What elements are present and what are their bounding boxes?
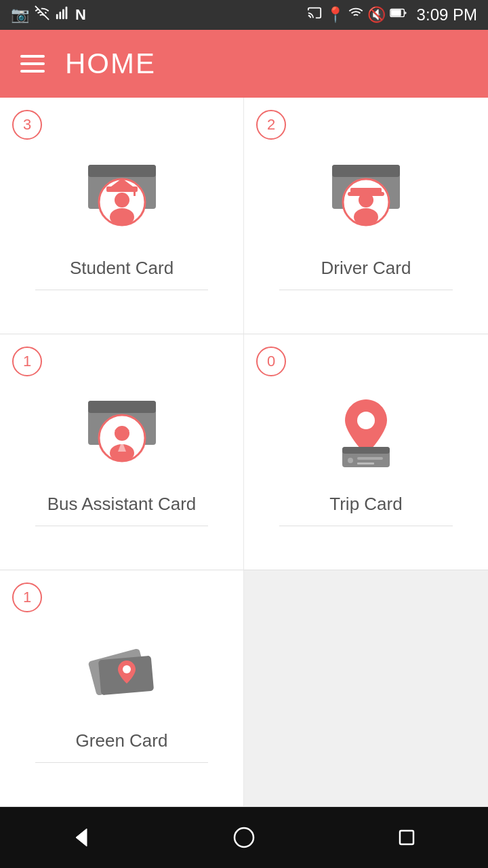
bus-assistant-card-underline [35, 526, 208, 526]
recent-apps-button[interactable] [386, 817, 427, 858]
bus-assistant-card-label: Bus Assistant Card [47, 494, 197, 515]
trip-card-cell[interactable]: 0 Trip Card [244, 334, 488, 571]
trip-card-icon [319, 384, 413, 479]
svg-rect-12 [134, 188, 136, 196]
svg-point-31 [348, 458, 353, 463]
signal-icon [55, 5, 70, 24]
svg-point-36 [123, 665, 131, 673]
bus-assistant-card-cell[interactable]: 1 Bus Assistant Card [0, 334, 244, 571]
card-grid: 3 Student Card 2 [0, 98, 488, 807]
svg-rect-1 [59, 12, 61, 19]
svg-point-21 [354, 208, 378, 226]
driver-card-label: Driver Card [321, 258, 411, 279]
bus-assistant-card-icon [75, 384, 169, 479]
green-card-icon [75, 620, 169, 715]
status-bar: 📷 N 📍 🔇 3:09 PM [0, 0, 488, 30]
svg-rect-3 [66, 7, 68, 19]
cast-icon [307, 5, 322, 24]
wifi-icon [35, 5, 49, 24]
svg-rect-32 [357, 457, 383, 460]
svg-rect-8 [88, 165, 156, 177]
svg-rect-30 [342, 447, 390, 454]
status-time: 3:09 PM [417, 5, 477, 24]
battery-icon [390, 5, 407, 24]
app-header: HOME [0, 30, 488, 98]
driver-card-icon [319, 148, 413, 243]
svg-rect-16 [332, 165, 400, 177]
student-card-underline [35, 290, 208, 290]
svg-rect-2 [62, 9, 64, 20]
svg-rect-23 [88, 401, 156, 413]
trip-card-underline [279, 526, 453, 526]
student-card-cell[interactable]: 3 Student Card [0, 98, 244, 334]
status-bar-left-icons: 📷 N [11, 5, 86, 24]
svg-point-28 [357, 412, 375, 429]
svg-point-20 [359, 193, 373, 208]
driver-card-underline [279, 290, 453, 290]
svg-rect-6 [390, 9, 401, 16]
student-card-icon [75, 148, 169, 243]
trip-card-badge: 0 [256, 347, 286, 376]
page-title: HOME [65, 47, 156, 80]
driver-card-cell[interactable]: 2 Driver Card [244, 98, 488, 334]
driver-card-badge: 2 [256, 110, 286, 140]
svg-point-38 [235, 828, 253, 847]
back-button[interactable] [61, 817, 102, 858]
svg-point-14 [110, 208, 134, 226]
empty-cell [244, 570, 488, 807]
green-card-label: Green Card [76, 730, 168, 751]
svg-rect-0 [56, 14, 58, 19]
svg-marker-37 [76, 829, 87, 846]
svg-rect-39 [400, 831, 413, 844]
home-button[interactable] [224, 817, 264, 858]
status-bar-right-icons: 📍 🔇 3:09 PM [307, 5, 477, 24]
wifi-strength-icon [348, 5, 363, 24]
location-icon: 📍 [326, 6, 344, 24]
student-card-label: Student Card [70, 258, 174, 279]
n-icon: N [75, 6, 86, 24]
mute-icon: 🔇 [367, 6, 386, 24]
green-card-underline [35, 762, 208, 763]
menu-button[interactable] [20, 55, 45, 73]
bus-assistant-card-badge: 1 [12, 347, 42, 376]
green-card-cell[interactable]: 1 Green Card [0, 570, 244, 807]
svg-rect-33 [357, 462, 374, 465]
svg-point-13 [115, 193, 129, 208]
green-card-badge: 1 [12, 583, 42, 612]
student-card-badge: 3 [12, 110, 42, 140]
camera-icon: 📷 [11, 6, 29, 24]
navigation-bar [0, 807, 488, 868]
trip-card-label: Trip Card [329, 494, 402, 515]
